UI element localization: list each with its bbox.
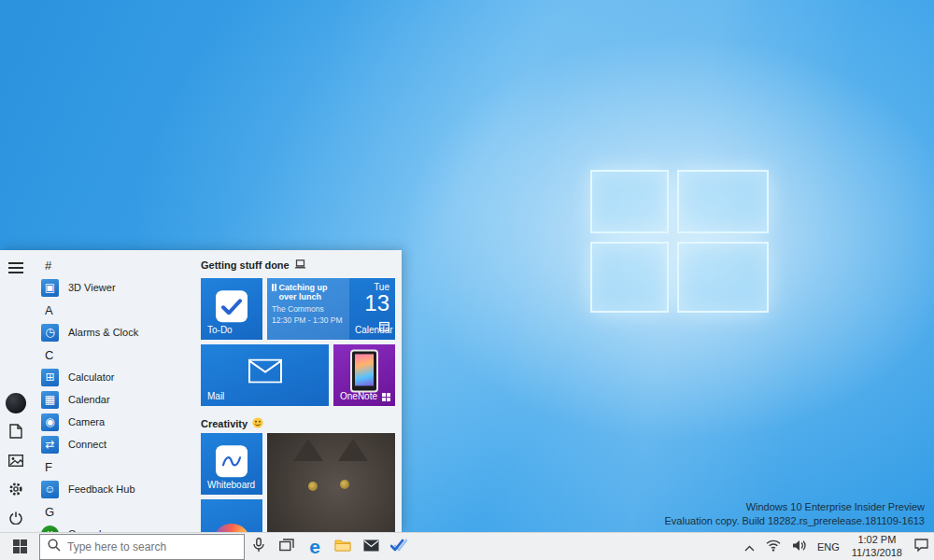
document-icon [9, 424, 22, 442]
documents-button[interactable] [5, 422, 27, 444]
expand-menu-button[interactable] [5, 258, 27, 280]
todo-taskbar-button[interactable] [385, 533, 413, 560]
feedback-hub-icon: ☺ [41, 481, 59, 498]
watermark-line1: Windows 10 Enterprise Insider Preview [665, 500, 925, 514]
app-item-label: Feedback Hub [68, 483, 135, 495]
app-group-letter[interactable]: C [32, 343, 198, 366]
language-indicator[interactable]: ENG [812, 533, 845, 560]
start-menu: # ▣ 3D Viewer A ◷ Alarms & Clock C ⊞ Cal… [0, 250, 402, 532]
taskbar-clock[interactable]: 1:02 PM 11/13/2018 [845, 534, 909, 560]
mail-envelope-icon [248, 359, 282, 387]
tile-calendar[interactable]: Catching up over lunch The Commons 12:30… [267, 278, 395, 340]
tile-area: Getting stuff done To-Do Catching up ove… [198, 250, 402, 532]
calendar-live-date: Tue 13 [364, 282, 389, 315]
gear-icon [8, 482, 23, 500]
tile-mail[interactable]: Mail [201, 344, 329, 406]
tile-label: To-Do [207, 325, 233, 335]
file-explorer-button[interactable] [329, 533, 357, 560]
windows-start-icon [13, 539, 27, 553]
app-item-calendar[interactable]: ▦ Calendar [32, 388, 198, 411]
taskbar-search[interactable] [39, 534, 245, 560]
tile-label: Mail [207, 391, 224, 401]
watermark-line2: Evaluation copy. Build 18282.rs_prerelea… [665, 514, 925, 528]
calendar-live-event: Catching up over lunch The Commons 12:30… [267, 278, 349, 340]
app-group-letter[interactable]: G [32, 500, 198, 523]
system-tray: ENG 1:02 PM 11/13/2018 [739, 533, 934, 560]
tile-group-title-2[interactable]: Creativity [201, 416, 263, 431]
volume-button[interactable] [786, 533, 812, 560]
calendar-event-time: 12:30 PM - 1:30 PM [272, 315, 345, 325]
alarm-clock-icon: ◷ [41, 324, 59, 342]
language-label: ENG [817, 541, 840, 553]
task-view-icon [279, 539, 294, 555]
power-button[interactable] [5, 509, 27, 531]
pictures-icon [8, 454, 23, 470]
smiley-icon [252, 417, 263, 430]
app-item-label: Calculator [68, 371, 115, 383]
app-item-connect[interactable]: ⇄ Connect [32, 433, 198, 455]
calendar-icon: ▦ [41, 391, 59, 409]
windows-logo-pane [590, 170, 669, 233]
tile-label: OneNote [340, 391, 377, 401]
action-center-icon [914, 539, 928, 555]
app-item-label: Connect [68, 439, 106, 450]
tile-onenote[interactable]: OneNote [333, 344, 395, 406]
app-item-camera[interactable]: ◉ Camera [32, 411, 198, 433]
evaluation-watermark: Windows 10 Enterprise Insider Preview Ev… [665, 500, 925, 528]
windows-badge-icon [382, 393, 390, 401]
start-menu-rail [0, 250, 32, 532]
laptop-icon [294, 259, 306, 272]
pictures-button[interactable] [5, 451, 27, 473]
app-item-feedback-hub[interactable]: ☺ Feedback Hub [32, 478, 198, 500]
app-item-3d-viewer[interactable]: ▣ 3D Viewer [32, 276, 198, 299]
calculator-icon: ⊞ [41, 369, 59, 386]
clock-date: 11/13/2018 [852, 547, 902, 560]
utensils-icon [272, 283, 276, 302]
3d-viewer-icon: ▣ [41, 279, 59, 297]
calendar-event-title: Catching up over lunch [272, 283, 345, 302]
hamburger-icon [8, 260, 23, 277]
tile-whiteboard[interactable]: Whiteboard [201, 433, 262, 495]
cortana-mic-button[interactable] [245, 533, 273, 560]
connect-icon: ⇄ [41, 436, 59, 454]
tile-group-title-1[interactable]: Getting stuff done [201, 258, 306, 273]
user-avatar [6, 393, 26, 413]
app-group-letter[interactable]: F [32, 455, 198, 478]
calendar-event-location: The Commons [272, 304, 345, 314]
action-center-button[interactable] [909, 533, 934, 560]
desktop: Windows 10 Enterprise Insider Preview Ev… [0, 0, 934, 560]
windows-logo-wallpaper [590, 170, 769, 313]
start-button[interactable] [0, 533, 39, 560]
settings-button[interactable] [5, 480, 27, 502]
task-view-button[interactable] [273, 533, 301, 560]
user-account-button[interactable] [5, 392, 27, 414]
folder-icon [334, 539, 351, 555]
wifi-icon [766, 539, 781, 555]
todo-check-icon [390, 539, 407, 555]
windows-logo-pane [677, 170, 769, 233]
power-icon [9, 511, 22, 528]
chevron-up-icon [744, 539, 755, 555]
app-item-alarms-clock[interactable]: ◷ Alarms & Clock [32, 321, 198, 343]
speaker-icon [792, 539, 806, 555]
app-item-label: Camera [68, 416, 105, 427]
windows-logo-pane [590, 242, 669, 313]
todo-app-icon [216, 290, 248, 322]
search-input[interactable] [67, 540, 236, 553]
calendar-mini-icon [379, 318, 389, 335]
tile-todo[interactable]: To-Do [201, 278, 262, 340]
mail-icon [363, 539, 379, 555]
windows-logo-pane [677, 242, 769, 313]
taskbar: e [0, 532, 934, 560]
app-item-calculator[interactable]: ⊞ Calculator [32, 366, 198, 388]
clock-time: 1:02 PM [852, 534, 902, 547]
mail-taskbar-button[interactable] [357, 533, 385, 560]
network-button[interactable] [760, 533, 786, 560]
app-item-label: Alarms & Clock [68, 327, 138, 338]
microphone-icon [253, 538, 264, 556]
app-group-letter[interactable]: A [32, 299, 198, 321]
edge-taskbar-button[interactable]: e [301, 533, 329, 560]
app-item-label: 3D Viewer [68, 282, 116, 293]
app-group-letter[interactable]: # [32, 254, 198, 276]
show-hidden-icons-button[interactable] [739, 533, 760, 560]
